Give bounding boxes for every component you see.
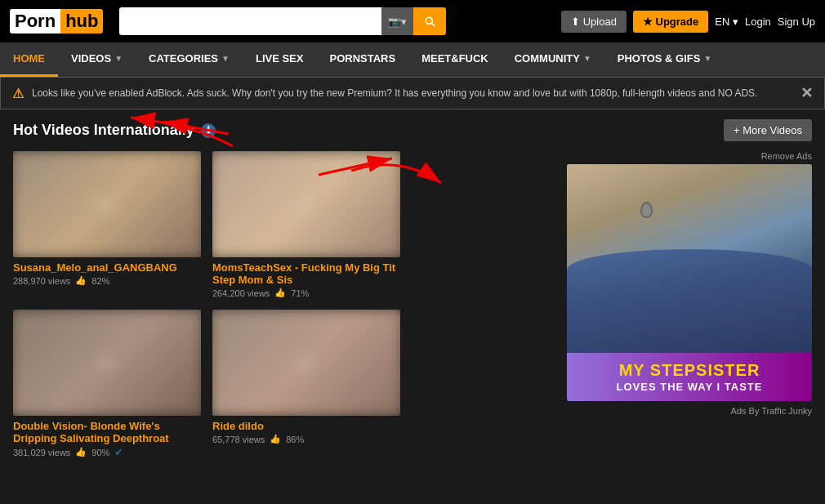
video-thumbnail: ▶	[212, 151, 400, 257]
adblock-text: Looks like you've enabled AdBlock. Ads s…	[32, 87, 792, 99]
search-input[interactable]	[119, 7, 381, 35]
more-videos-button[interactable]: + More Videos	[724, 119, 812, 141]
login-link[interactable]: Login	[745, 16, 771, 28]
camera-icon: 📷▾	[388, 16, 407, 28]
ad-headline: MY STEPSISTER	[573, 361, 805, 379]
section-header: Hot Videos Internationally ℹ + More Vide…	[13, 119, 812, 141]
section-title-text: Hot Videos Internationally	[13, 122, 194, 139]
nav-item-photos[interactable]: PHOTOS & GIFS ▼	[604, 42, 725, 77]
video-thumbnail-wrapper: ▶	[212, 310, 400, 416]
play-icon: ▶	[102, 355, 113, 371]
upgrade-button[interactable]: ★ Upgrade	[633, 11, 708, 33]
view-count: 381,029 views	[13, 448, 70, 457]
video-title: Double Vision- Blonde Wife's Dripping Sa…	[13, 420, 201, 444]
video-meta: 381,029 views 👍 90% ✔	[13, 446, 201, 458]
view-count: 288,970 views	[13, 276, 70, 286]
ad-subline: LOVES THE WAY I TASTE	[573, 381, 805, 393]
like-icon: 👍	[75, 275, 87, 286]
header-right: ⬆ Upload ★ Upgrade EN ▾ Login Sign Up	[561, 11, 815, 33]
video-thumbnail: ▶	[212, 310, 400, 416]
video-title: Ride dildo	[212, 420, 400, 432]
upload-button[interactable]: ⬆ Upload	[561, 11, 627, 33]
camera-button[interactable]: 📷▾	[381, 7, 413, 35]
video-card[interactable]: ▶ Ride dildo 65,778 views 👍 86%	[212, 310, 400, 458]
rating: 71%	[291, 288, 309, 298]
nav-item-videos[interactable]: VIDEOS ▼	[58, 42, 136, 77]
rating: 82%	[91, 276, 109, 286]
search-bar: 📷▾	[119, 7, 446, 35]
ad-column: Remove Ads MY STEPSISTER LOVES THE WAY I…	[412, 151, 812, 458]
rating: 90%	[91, 448, 109, 457]
header: Pornhub 📷▾ ⬆ Upload ★ Upgrade EN ▾ Login…	[0, 0, 825, 42]
nav-item-home[interactable]: HOME	[0, 42, 58, 77]
logo-hub: hub	[60, 9, 103, 33]
play-icon: ▶	[102, 196, 113, 212]
nav-item-community[interactable]: COMMUNITY ▼	[502, 42, 604, 77]
view-count: 65,778 views	[212, 435, 265, 444]
video-grid: ▶ Susana_Melo_anal_GANGBANG 288,970 view…	[13, 151, 812, 458]
view-count: 264,200 views	[212, 288, 270, 298]
video-card[interactable]: ▶ MomsTeachSex - Fucking My Big Tit Step…	[212, 151, 400, 298]
nav-item-meetfuck[interactable]: MEET&FUCK	[408, 42, 502, 77]
video-thumbnail-wrapper: ▶	[13, 151, 201, 257]
chevron-down-icon: ▼	[583, 54, 591, 63]
remove-ads-link[interactable]: Remove Ads	[761, 151, 812, 161]
logo-porn: Porn	[10, 9, 60, 33]
like-icon: 👍	[274, 288, 286, 298]
ad-image-inner	[567, 164, 812, 353]
rating: 86%	[286, 435, 304, 444]
video-thumbnail: ▶	[13, 151, 201, 257]
language-button[interactable]: EN ▾	[715, 16, 738, 28]
video-title: Susana_Melo_anal_GANGBANG	[13, 261, 201, 274]
video-meta: 65,778 views 👍 86%	[212, 434, 400, 444]
nav-item-pornstars[interactable]: PORNSTARS	[316, 42, 408, 77]
search-icon	[423, 15, 436, 28]
video-card[interactable]: ▶ Susana_Melo_anal_GANGBANG 288,970 view…	[13, 151, 201, 298]
video-meta: 288,970 views 👍 82%	[13, 275, 201, 286]
like-icon: 👍	[270, 434, 281, 444]
ad-banner[interactable]: MY STEPSISTER LOVES THE WAY I TASTE	[567, 164, 812, 401]
video-meta: 264,200 views 👍 71%	[212, 288, 400, 298]
main-nav: HOME VIDEOS ▼ CATEGORIES ▼ LIVE SEX PORN…	[0, 42, 825, 77]
signup-link[interactable]: Sign Up	[778, 16, 815, 28]
video-title: MomsTeachSex - Fucking My Big Tit Step M…	[212, 261, 400, 286]
verified-icon: ✔	[114, 446, 123, 458]
info-icon[interactable]: ℹ	[201, 123, 216, 138]
search-button[interactable]	[413, 7, 446, 35]
main-content: Hot Videos Internationally ℹ + More Vide…	[0, 109, 825, 468]
nav-item-categories[interactable]: CATEGORIES ▼	[136, 42, 243, 77]
play-icon: ▶	[301, 196, 312, 212]
video-thumbnail-wrapper: ▶	[212, 151, 400, 257]
nav-item-livesex[interactable]: LIVE SEX	[243, 42, 317, 77]
chevron-down-icon: ▼	[114, 54, 123, 63]
warning-icon: ⚠	[12, 86, 24, 101]
section-title: Hot Videos Internationally ℹ	[13, 122, 216, 139]
chevron-down-icon: ▼	[703, 54, 711, 63]
logo[interactable]: Pornhub	[10, 9, 103, 33]
chevron-down-icon: ▼	[221, 54, 230, 63]
play-icon: ▶	[301, 355, 312, 371]
ad-attribution: Ads By Traffic Junky	[731, 406, 812, 416]
close-button[interactable]: ✕	[800, 84, 813, 102]
ad-image	[567, 164, 812, 353]
video-thumbnail: ▶	[13, 310, 201, 416]
like-icon: 👍	[75, 447, 87, 457]
video-card[interactable]: ▶ Double Vision- Blonde Wife's Dripping …	[13, 310, 201, 458]
video-thumbnail-wrapper: ▶	[13, 310, 201, 416]
ad-text-overlay: MY STEPSISTER LOVES THE WAY I TASTE	[567, 353, 812, 401]
adblock-banner: ⚠ Looks like you've enabled AdBlock. Ads…	[0, 77, 825, 109]
